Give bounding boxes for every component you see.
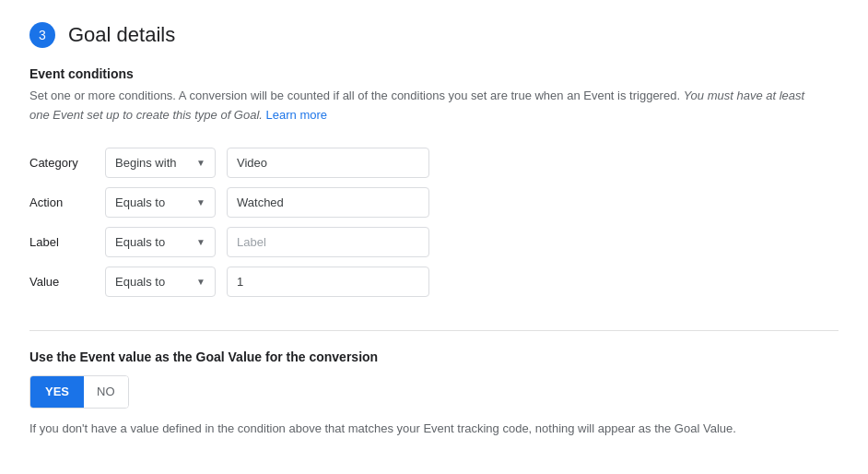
condition-input-label[interactable]: [227, 227, 429, 257]
condition-label-category: Category: [29, 156, 94, 170]
toggle-yes-button[interactable]: YES: [30, 376, 84, 408]
goal-value-title: Use the Event value as the Goal Value fo…: [29, 350, 839, 364]
condition-input-category[interactable]: [227, 148, 429, 178]
event-conditions-description: Set one or more conditions. A conversion…: [29, 87, 822, 125]
condition-input-value[interactable]: [227, 267, 429, 297]
section-divider: [29, 330, 839, 331]
condition-dropdown-value[interactable]: Equals to ▼: [105, 267, 216, 297]
condition-row-value: Value Equals to ▼: [29, 267, 839, 297]
chevron-down-icon: ▼: [196, 158, 205, 168]
condition-row-category: Category Begins with ▼: [29, 148, 839, 178]
condition-row-label: Label Equals to ▼: [29, 227, 839, 257]
dropdown-label-label: Equals to: [115, 235, 165, 249]
condition-row-action: Action Equals to ▼: [29, 187, 839, 218]
step-number: 3: [39, 28, 46, 42]
chevron-down-icon: ▼: [196, 277, 205, 287]
dropdown-label-value: Equals to: [115, 275, 165, 289]
page-title: Goal details: [68, 23, 175, 47]
chevron-down-icon: ▼: [196, 237, 205, 247]
condition-input-action[interactable]: [227, 187, 429, 218]
condition-dropdown-category[interactable]: Begins with ▼: [105, 148, 216, 178]
description-text: Set one or more conditions. A conversion…: [29, 89, 680, 102]
yes-no-toggle[interactable]: YES NO: [29, 375, 129, 409]
toggle-no-button[interactable]: NO: [84, 376, 128, 408]
dropdown-label-action: Equals to: [115, 196, 165, 209]
condition-dropdown-label[interactable]: Equals to ▼: [105, 227, 216, 257]
dropdown-label-category: Begins with: [115, 156, 176, 170]
condition-label-value: Value: [29, 275, 94, 289]
condition-dropdown-action[interactable]: Equals to ▼: [105, 187, 216, 218]
condition-label-action: Action: [29, 196, 94, 209]
step-badge: 3: [29, 22, 55, 48]
toggle-container: YES NO: [29, 375, 839, 409]
goal-value-section: Use the Event value as the Goal Value fo…: [29, 350, 839, 439]
page-header: 3 Goal details: [29, 22, 839, 48]
goal-value-note: If you don't have a value defined in the…: [29, 420, 822, 439]
conditions-table: Category Begins with ▼ Action Equals to …: [29, 148, 839, 297]
condition-label-label: Label: [29, 235, 94, 249]
learn-more-link[interactable]: Learn more: [266, 108, 327, 122]
chevron-down-icon: ▼: [196, 197, 205, 207]
event-conditions-title: Event conditions: [29, 66, 839, 81]
